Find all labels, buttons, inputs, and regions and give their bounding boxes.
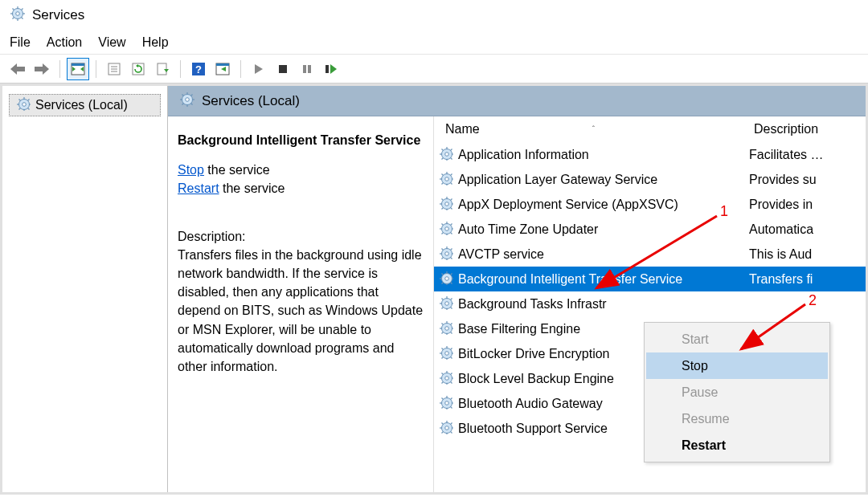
service-desc-text: This is Aud — [749, 247, 812, 262]
restart-service-link[interactable]: Restart — [178, 181, 219, 195]
menu-action[interactable]: Action — [47, 35, 82, 50]
svg-rect-11 — [17, 67, 25, 71]
svg-rect-33 — [303, 65, 306, 73]
gear-icon — [439, 395, 453, 413]
service-row[interactable]: Background Intelligent Transfer ServiceT… — [434, 267, 866, 291]
service-name-text: Background Tasks Infrastr — [458, 297, 607, 312]
svg-marker-12 — [43, 63, 49, 75]
export-button[interactable] — [151, 58, 174, 80]
service-desc-text: Provides su — [749, 173, 817, 187]
svg-rect-35 — [326, 65, 329, 73]
tree-item-label: Services (Local) — [35, 98, 128, 112]
gear-icon — [439, 246, 453, 263]
gear-icon — [439, 370, 453, 388]
service-row[interactable]: Application Layer Gateway ServiceProvide… — [434, 167, 866, 192]
context-restart[interactable]: Restart — [646, 432, 828, 458]
service-name-text: BitLocker Drive Encryption — [458, 347, 610, 361]
service-name-text: Application Information — [458, 148, 589, 162]
svg-rect-15 — [72, 63, 84, 66]
context-menu: Start Stop Pause Resume Restart — [644, 322, 830, 462]
context-start[interactable]: Start — [646, 326, 828, 352]
service-desc-text: Transfers fi — [749, 272, 813, 287]
service-desc-text: Facilitates … — [749, 148, 823, 162]
toolbar-separator — [240, 60, 241, 78]
tree-services-local[interactable]: Services (Local) — [9, 94, 161, 116]
tree-pane: Services (Local) — [2, 86, 168, 492]
description-text: Transfers files in the background using … — [178, 246, 424, 376]
help-button[interactable]: ? — [187, 58, 210, 80]
service-desc-text: Provides in — [749, 198, 813, 212]
detail-service-name: Background Intelligent Transfer Service — [178, 131, 424, 149]
svg-rect-32 — [279, 65, 287, 73]
gear-icon — [439, 420, 453, 438]
back-button[interactable] — [6, 58, 29, 80]
stop-service-link[interactable]: Stop — [178, 163, 204, 177]
description-label: Description: — [178, 227, 424, 246]
menu-view[interactable]: View — [98, 35, 125, 50]
menu-help[interactable]: Help — [142, 35, 169, 50]
menu-file[interactable]: File — [10, 35, 31, 50]
context-stop[interactable]: Stop — [646, 352, 828, 379]
service-detail-panel: Background Intelligent Transfer Service … — [168, 116, 433, 492]
start-service-button[interactable] — [248, 58, 270, 80]
svg-rect-29 — [216, 63, 229, 66]
service-list: Name ˆ Description Application Informati… — [433, 116, 866, 492]
service-name-text: AVCTP service — [458, 247, 544, 262]
show-hide-tree-button[interactable] — [67, 58, 89, 80]
gear-icon — [439, 171, 453, 189]
stop-suffix: the service — [204, 163, 270, 177]
forward-button[interactable] — [31, 58, 53, 80]
show-hide-action-button[interactable] — [211, 58, 234, 80]
service-name-text: Bluetooth Support Service — [458, 422, 608, 436]
gear-icon — [439, 221, 453, 238]
service-row[interactable]: Application InformationFacilitates … — [434, 142, 866, 167]
gear-icon — [439, 345, 453, 363]
svg-text:?: ? — [195, 63, 202, 75]
restart-suffix: the service — [219, 181, 285, 195]
toolbar-separator — [59, 60, 60, 78]
window-title: Services — [32, 7, 84, 23]
stop-service-button[interactable] — [272, 58, 294, 80]
toolbar-separator — [96, 60, 96, 78]
app-gear-icon — [10, 6, 26, 25]
toolbar-separator — [180, 60, 181, 78]
right-pane: Services (Local) Background Intelligent … — [168, 86, 866, 492]
service-row[interactable]: Auto Time Zone UpdaterAutomatica — [434, 217, 866, 242]
gear-icon — [439, 295, 453, 313]
service-name-text: Block Level Backup Engine — [458, 372, 614, 386]
right-header-text: Services (Local) — [202, 93, 300, 109]
refresh-button[interactable] — [127, 58, 149, 80]
title-bar: Services — [0, 0, 868, 31]
service-name-text: Bluetooth Audio Gateway — [458, 397, 603, 411]
service-row[interactable]: AVCTP serviceThis is Aud — [434, 242, 866, 267]
gear-icon — [439, 320, 453, 338]
main-area: Services (Local) Services (Local) Backgr… — [0, 84, 868, 495]
gear-icon — [439, 146, 453, 164]
service-name-text: Background Intelligent Transfer Service — [458, 272, 682, 287]
context-resume[interactable]: Resume — [646, 405, 828, 432]
column-description[interactable]: Description — [754, 122, 818, 136]
pause-service-button[interactable] — [296, 58, 318, 80]
service-name-text: Base Filtering Engine — [458, 322, 580, 336]
svg-rect-34 — [308, 65, 311, 73]
sort-icon: ˆ — [592, 125, 595, 134]
column-name[interactable]: Name ˆ — [439, 122, 754, 136]
svg-marker-31 — [255, 64, 263, 74]
svg-marker-36 — [330, 64, 337, 74]
list-header: Name ˆ Description — [434, 116, 866, 142]
gear-icon — [439, 271, 453, 288]
right-pane-header: Services (Local) — [168, 86, 866, 116]
menu-bar: File Action View Help — [0, 31, 868, 55]
service-row[interactable]: AppX Deployment Service (AppXSVC)Provide… — [434, 192, 866, 217]
service-desc-text: Automatica — [749, 222, 813, 237]
context-pause[interactable]: Pause — [646, 379, 828, 405]
gear-icon — [16, 96, 31, 114]
service-row[interactable]: Background Tasks Infrastr — [434, 291, 866, 316]
restart-service-button[interactable] — [320, 58, 342, 80]
svg-marker-10 — [10, 63, 17, 75]
properties-button[interactable] — [103, 58, 125, 80]
svg-rect-13 — [35, 67, 43, 71]
gear-icon — [179, 92, 195, 111]
gear-icon — [439, 196, 453, 214]
service-name-text: Auto Time Zone Updater — [458, 222, 598, 237]
